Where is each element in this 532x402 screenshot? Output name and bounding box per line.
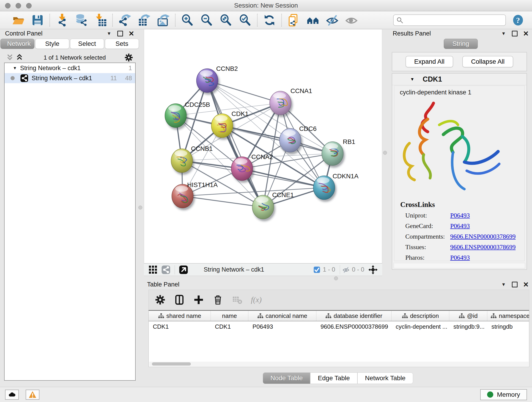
warnings-button[interactable] xyxy=(26,390,39,400)
table-cell[interactable]: cyclin-dependent ... xyxy=(392,321,449,332)
column-header-name[interactable]: name xyxy=(211,311,248,321)
cloud-status-button[interactable] xyxy=(5,390,19,400)
right-splitter-handle[interactable] xyxy=(383,151,387,155)
search-box[interactable] xyxy=(393,14,506,26)
show-columns-icon[interactable] xyxy=(174,294,185,305)
show-all-icon[interactable] xyxy=(345,13,358,27)
export-network-icon[interactable] xyxy=(118,13,132,27)
network-options-gear-icon[interactable] xyxy=(124,53,133,62)
panel-close-icon[interactable]: ✕ xyxy=(128,30,134,38)
network-node-RB1[interactable]: RB1 xyxy=(322,138,355,166)
panel-close-icon[interactable]: ✕ xyxy=(523,281,529,288)
crosslink-link[interactable]: P06493 xyxy=(450,254,470,261)
first-neighbors-icon[interactable] xyxy=(306,13,320,27)
network-node-CDK1[interactable]: CDK1 xyxy=(211,110,248,138)
gene-collapse-icon[interactable]: ▼ xyxy=(410,77,414,82)
tab-style[interactable]: Style xyxy=(35,39,69,49)
column-header-description[interactable]: description xyxy=(392,311,449,321)
table-cell[interactable]: 9606.ENSP00000378699 xyxy=(317,321,392,332)
hide-selected-icon[interactable] xyxy=(325,13,339,27)
zoom-selected-icon[interactable] xyxy=(238,13,252,27)
tab-string[interactable]: String xyxy=(444,39,478,49)
tab-edge-table[interactable]: Edge Table xyxy=(310,372,357,384)
import-network-from-database-icon[interactable] xyxy=(74,13,88,27)
table-cell[interactable]: stringdb:9... xyxy=(449,321,487,332)
table-settings-gear-icon[interactable] xyxy=(155,294,166,305)
left-splitter-handle[interactable] xyxy=(138,206,142,210)
import-network-from-file-icon[interactable] xyxy=(55,13,69,27)
panel-float-icon[interactable] xyxy=(512,31,518,36)
delete-table-icon[interactable] xyxy=(232,294,243,305)
refresh-network-icon[interactable] xyxy=(263,13,276,27)
network-node-CCNE1[interactable]: CCNE1 xyxy=(252,191,294,219)
horizontal-splitter-handle[interactable] xyxy=(334,276,338,280)
panel-float-icon[interactable] xyxy=(512,282,518,287)
search-input[interactable] xyxy=(405,17,503,24)
tab-network-table[interactable]: Network Table xyxy=(357,372,413,384)
network-node-CCNA1[interactable]: CCNA1 xyxy=(270,87,312,115)
network-graph[interactable]: CCNB2CCNA1CDC25BCDK1CDC6RB1CCNB1CCNA2CDK… xyxy=(144,29,382,263)
tab-node-table[interactable]: Node Table xyxy=(263,372,310,384)
crosslink-link[interactable]: P06493 xyxy=(450,222,470,230)
table-cell[interactable]: CDK1 xyxy=(149,321,211,332)
birdseye-view-icon[interactable] xyxy=(368,265,378,274)
scrollbar-thumb[interactable] xyxy=(152,362,191,366)
export-table-icon[interactable] xyxy=(137,13,151,27)
panel-float-icon[interactable] xyxy=(117,31,123,36)
memory-button[interactable]: Memory xyxy=(480,389,527,400)
column-header-@id[interactable]: @id xyxy=(449,311,487,321)
table-cell[interactable]: CDK1 xyxy=(211,321,248,332)
zoom-out-icon[interactable] xyxy=(200,13,214,27)
tab-select[interactable]: Select xyxy=(70,39,104,49)
panel-close-icon[interactable]: ✕ xyxy=(523,30,529,38)
node-table[interactable]: shared namenamecanonical namedatabase id… xyxy=(148,310,529,367)
expand-all-button[interactable]: Expand All xyxy=(405,56,453,67)
new-network-from-selection-icon[interactable] xyxy=(287,13,301,27)
crosslink-link[interactable]: 9606.ENSP00000378699 xyxy=(450,243,515,251)
column-header-namespace[interactable]: namespace xyxy=(487,311,529,321)
crosslink-link[interactable]: P06493 xyxy=(450,212,470,219)
table-row[interactable]: CDK1CDK1P064939606.ENSP00000378699cyclin… xyxy=(149,321,529,332)
open-in-window-icon[interactable] xyxy=(179,265,188,274)
collection-expand-icon[interactable]: ▼ xyxy=(13,66,17,70)
table-panel: Table Panel ▼ ✕ f(x) shared xyxy=(144,280,532,386)
table-horizontal-scrollbar[interactable] xyxy=(149,362,529,366)
network-node-CDKN1A[interactable]: CDKN1A xyxy=(313,172,359,200)
network-node-CCNB1[interactable]: CCNB1 xyxy=(171,145,213,172)
network-collection-row[interactable]: ▼ String Network – cdk1 1 xyxy=(5,63,135,73)
network-canvas[interactable]: CCNB2CCNA1CDC25BCDK1CDC6RB1CCNB1CCNA2CDK… xyxy=(144,29,382,263)
crosslink-link[interactable]: 9606.ENSP00000378699 xyxy=(450,233,515,240)
help-button[interactable]: ? xyxy=(512,14,524,26)
tab-sets[interactable]: Sets xyxy=(105,39,139,49)
export-image-icon[interactable] xyxy=(156,13,170,27)
open-session-icon[interactable] xyxy=(12,13,25,27)
zoom-fit-icon[interactable] xyxy=(219,13,233,27)
panel-menu-icon[interactable]: ▼ xyxy=(501,282,506,287)
zoom-in-icon[interactable] xyxy=(181,13,194,27)
create-column-icon[interactable] xyxy=(193,294,204,305)
network-badge-icon[interactable] xyxy=(161,265,171,274)
table-cell[interactable]: stringdb xyxy=(487,321,529,332)
memory-label: Memory xyxy=(497,391,520,398)
collapse-all-icon[interactable] xyxy=(6,54,14,61)
import-table-from-file-icon[interactable] xyxy=(94,13,107,27)
expand-all-icon[interactable] xyxy=(16,54,23,61)
table-cell[interactable]: P06493 xyxy=(248,321,317,332)
selected-checkbox-icon[interactable] xyxy=(313,266,321,274)
panel-menu-icon[interactable]: ▼ xyxy=(107,31,111,36)
tab-network[interactable]: Network xyxy=(0,39,34,49)
results-scroll-strip[interactable] xyxy=(394,263,525,268)
panel-menu-icon[interactable]: ▼ xyxy=(501,31,506,36)
grid-view-icon[interactable] xyxy=(148,265,158,274)
column-header-shared-name[interactable]: shared name xyxy=(149,311,211,321)
collapse-all-button[interactable]: Collapse All xyxy=(462,56,513,67)
node-label: RB1 xyxy=(343,138,355,145)
delete-column-icon[interactable] xyxy=(212,294,223,305)
network-row-selected[interactable]: String Network – cdk1 11 48 xyxy=(5,73,135,83)
column-header-canonical-name[interactable]: canonical name xyxy=(248,311,317,321)
save-session-icon[interactable] xyxy=(31,13,44,27)
column-header-database-identifier[interactable]: database identifier xyxy=(317,311,392,321)
hidden-eye-icon[interactable] xyxy=(342,266,350,274)
function-builder-button[interactable]: f(x) xyxy=(251,295,262,304)
gene-section-header[interactable]: ▼ CDK1 xyxy=(392,74,526,85)
